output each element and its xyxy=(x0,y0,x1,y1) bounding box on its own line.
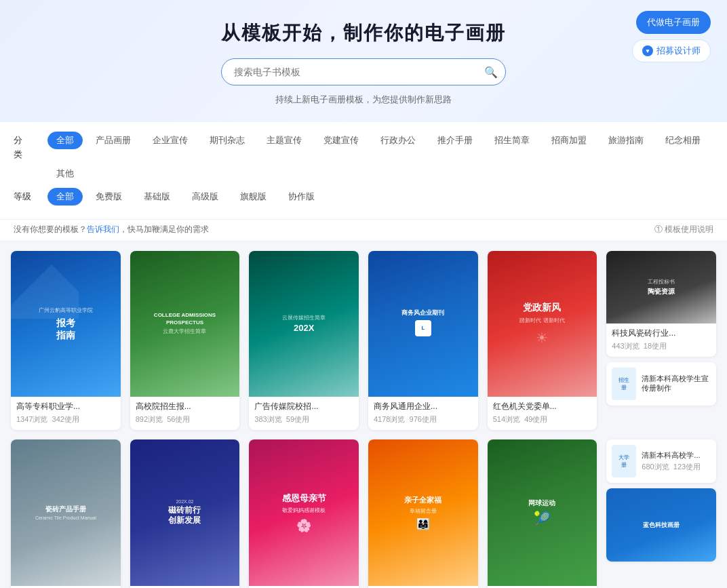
level-label: 等级 xyxy=(14,188,41,204)
r2-card-6-thumb: 大学册 xyxy=(612,445,636,477)
card-5[interactable]: 党政新风 踏新时代 谱新时代 ☀ 红色机关党委单... 514浏览 49使用 xyxy=(488,251,597,431)
search-wrap: 🔍 xyxy=(221,58,506,85)
card-3-cover: 云展传媒招生简章 202X xyxy=(249,251,359,397)
r2-card-6-info: 清新本科高校学... 680浏览 123使用 xyxy=(642,450,701,472)
card-1-meta: 1347浏览 342使用 xyxy=(16,414,115,425)
card-2-title: 高校院招生报... xyxy=(136,401,235,412)
filter-tag-manual[interactable]: 推介手册 xyxy=(429,132,482,149)
level-filter-row: 等级 全部 免费版 基础版 高级版 旗舰版 协作版 xyxy=(14,188,713,205)
r2-card-2-cover: 202X.02 磁砖前行创新发展 xyxy=(130,439,240,586)
card-6[interactable]: 工程投标书 陶瓷资源 科技风瓷砖行业... 443浏览 18使用 xyxy=(606,251,716,357)
hint-text1: 没有你想要的模板？ xyxy=(14,224,87,234)
search-input[interactable] xyxy=(221,58,506,85)
card-5-views: 514浏览 xyxy=(493,415,520,423)
filter-tag-product[interactable]: 产品画册 xyxy=(87,132,140,149)
recruit-label: 招募设计师 xyxy=(656,45,701,57)
hint-link[interactable]: 告诉我们 xyxy=(87,224,119,234)
daizuo-button[interactable]: 代做电子画册 xyxy=(636,11,711,34)
filter-tag-franchise[interactable]: 招商加盟 xyxy=(543,132,595,149)
r2-card-6-title: 清新本科高校学... xyxy=(642,450,701,460)
r2-card-5-cover: 网球运动 🎾 xyxy=(488,439,597,586)
card-6-cover: 工程投标书 陶瓷资源 xyxy=(606,251,716,324)
r2-card-6b[interactable]: 蓝色科技画册 xyxy=(606,488,716,562)
card-4-views: 4178浏览 xyxy=(374,415,405,423)
card-6-meta: 443浏览 18使用 xyxy=(612,341,711,351)
filter-tag-magazine[interactable]: 期刊杂志 xyxy=(201,132,254,149)
card-3[interactable]: 云展传媒招生简章 202X 广告传媒院校招... 383浏览 59使用 xyxy=(249,251,359,431)
page-title: 从模板开始，制作你的电子画册 xyxy=(14,20,713,46)
header-area: 从模板开始，制作你的电子画册 🔍 持续上新电子画册模板，为您提供制作新思路 代做… xyxy=(0,0,727,122)
filter-tag-other[interactable]: 其他 xyxy=(47,165,83,182)
card-4-uses: 976使用 xyxy=(410,415,437,423)
card-3-views: 383浏览 xyxy=(254,415,281,423)
level-tag-basic[interactable]: 基础版 xyxy=(135,188,179,205)
r2-card-3-cover: 感恩母亲节 敬爱妈妈感谢模板 🌸 xyxy=(249,439,359,586)
card-2-views: 892浏览 xyxy=(136,415,163,423)
card-1-views: 1347浏览 xyxy=(16,415,47,423)
r2-card-3[interactable]: 感恩母亲节 敬爱妈妈感谢模板 🌸 感恩母亲节 xyxy=(249,439,359,588)
card-5-cover: 党政新风 踏新时代 谱新时代 ☀ xyxy=(488,251,597,397)
card-6-group: 工程投标书 陶瓷资源 科技风瓷砖行业... 443浏览 18使用 招生册 清新本… xyxy=(606,251,716,431)
level-tags: 全部 免费版 基础版 高级版 旗舰版 协作版 xyxy=(47,188,323,205)
recruit-button[interactable]: ♥ 招募设计师 xyxy=(632,39,711,62)
top-right-buttons: 代做电子画册 ♥ 招募设计师 xyxy=(632,11,711,62)
r2-card-4-cover: 亲子全家福 幸福留念册 👨‍👩‍👧 xyxy=(368,439,478,586)
filter-tag-party[interactable]: 党建宣传 xyxy=(315,132,368,149)
card-4-title: 商务风通用企业... xyxy=(374,401,473,412)
r2-card-1[interactable]: 瓷砖产品手册 Ceramic Tile Product Manual 瓷砖产品手… xyxy=(11,439,121,588)
card-4[interactable]: 商务风企业期刊 L 商务风通用企业... 4178浏览 976使用 xyxy=(368,251,478,431)
card-2[interactable]: COLLEGE ADMISSIONSPROSPECTUS 云鹿大学招生简章 高校… xyxy=(130,251,240,431)
filter-tag-memorial[interactable]: 纪念相册 xyxy=(656,132,709,149)
search-button[interactable]: 🔍 xyxy=(484,66,498,79)
level-tag-all[interactable]: 全部 xyxy=(47,188,83,205)
r2-card-6-meta: 680浏览 123使用 xyxy=(642,462,701,472)
other-tags: 其他 xyxy=(47,165,83,182)
hint-row: 没有你想要的模板？告诉我们，快马加鞭满足你的需求 ① 模板使用说明 xyxy=(0,220,727,241)
r2-card-6-uses: 123使用 xyxy=(673,463,701,471)
card-4-info: 商务风通用企业... 4178浏览 976使用 xyxy=(368,397,478,430)
level-tag-free[interactable]: 免费版 xyxy=(87,188,131,205)
filter-tag-theme[interactable]: 主题宣传 xyxy=(258,132,311,149)
card-1-title: 高等专科职业学... xyxy=(16,401,115,412)
r2-card-5[interactable]: 网球运动 🎾 网球运动画册 xyxy=(488,439,597,588)
card-6-title: 科技风瓷砖行业... xyxy=(612,328,711,339)
card-3-uses: 59使用 xyxy=(286,415,309,423)
filter-tag-all[interactable]: 全部 xyxy=(47,132,83,149)
hint-text2: ，快马加鞭满足你的需求 xyxy=(119,224,209,234)
recruit-icon: ♥ xyxy=(642,45,653,56)
r2-card-4[interactable]: 亲子全家福 幸福留念册 👨‍👩‍👧 亲子全家福相册... 396浏览 26使用 xyxy=(368,439,478,588)
r2-card-2[interactable]: 202X.02 磁砖前行创新发展 磁砖前行创新发展 xyxy=(130,439,240,588)
card-1[interactable]: 广州云豹高等职业学院 报考指南 高等专科职业学... 1347浏览 342使用 xyxy=(11,251,121,431)
filter-tag-recruit[interactable]: 招生简章 xyxy=(486,132,538,149)
level-tag-cooperation[interactable]: 协作版 xyxy=(279,188,323,205)
card-1-cover: 广州云豹高等职业学院 报考指南 xyxy=(11,251,121,397)
r2-card-6[interactable]: 大学册 清新本科高校学... 680浏览 123使用 xyxy=(606,439,716,483)
cards-grid-row1: 广州云豹高等职业学院 报考指南 高等专科职业学... 1347浏览 342使用 … xyxy=(0,241,727,440)
card-3-info: 广告传媒院校招... 383浏览 59使用 xyxy=(249,397,359,430)
card-6b[interactable]: 招生册 清新本科高校学生宣传册制作 xyxy=(606,362,716,406)
filter-tag-office[interactable]: 行政办公 xyxy=(372,132,425,149)
r2-card-6-views: 680浏览 xyxy=(642,463,669,471)
category-tags: 全部 产品画册 企业宣传 期刊杂志 主题宣传 党建宣传 行政办公 推介手册 招生… xyxy=(47,132,709,149)
category-label-spacer xyxy=(14,165,41,167)
category-label: 分类 xyxy=(14,132,41,162)
card-2-uses: 56使用 xyxy=(167,415,190,423)
cards-grid-row2: 瓷砖产品手册 Ceramic Tile Product Manual 瓷砖产品手… xyxy=(0,439,727,588)
card-3-meta: 383浏览 59使用 xyxy=(254,414,353,425)
card-6-views: 443浏览 xyxy=(612,342,639,350)
card-6-info: 科技风瓷砖行业... 443浏览 18使用 xyxy=(606,324,716,357)
card-6b-thumb: 招生册 xyxy=(612,368,636,400)
card-4-cover: 商务风企业期刊 L xyxy=(368,251,478,397)
filter-tag-travel[interactable]: 旅游指南 xyxy=(600,132,652,149)
card-6b-info: 清新本科高校学生宣传册制作 xyxy=(642,374,711,395)
level-tag-flagship[interactable]: 旗舰版 xyxy=(231,188,275,205)
card-5-title: 红色机关党委单... xyxy=(493,401,592,412)
card-6b-title: 清新本科高校学生宣传册制作 xyxy=(642,374,711,393)
hint-right[interactable]: ① 模板使用说明 xyxy=(654,224,713,235)
card-6-uses: 18使用 xyxy=(644,342,667,350)
level-tag-advanced[interactable]: 高级版 xyxy=(183,188,227,205)
r2-card-6-group: 大学册 清新本科高校学... 680浏览 123使用 蓝色科技画册 xyxy=(606,439,716,588)
filter-area: 分类 全部 产品画册 企业宣传 期刊杂志 主题宣传 党建宣传 行政办公 推介手册… xyxy=(0,122,727,220)
card-1-uses: 342使用 xyxy=(52,415,79,423)
filter-tag-company[interactable]: 企业宣传 xyxy=(144,132,197,149)
